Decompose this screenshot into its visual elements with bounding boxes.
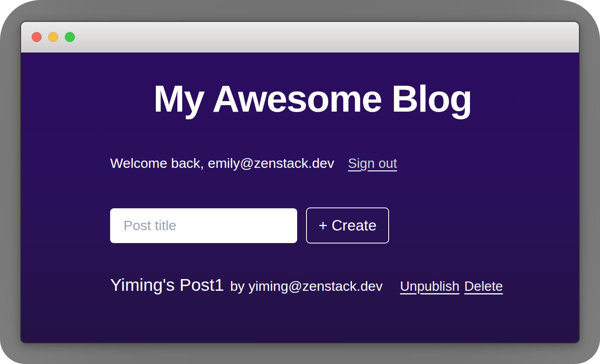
app-window: My Awesome Blog Welcome back, emily@zens… [20, 21, 580, 343]
close-window-button[interactable] [32, 32, 42, 42]
post-title: Yiming's Post1 [110, 275, 224, 295]
welcome-text: Welcome back, emily@zenstack.dev [110, 155, 334, 171]
minimize-window-button[interactable] [48, 32, 58, 42]
user-bar: Welcome back, emily@zenstack.dev Sign ou… [110, 155, 515, 171]
post-author: by yiming@zenstack.dev [230, 278, 383, 294]
delete-post-link[interactable]: Delete [464, 279, 503, 294]
unpublish-post-link[interactable]: Unpublish [400, 279, 460, 294]
post-title-input[interactable] [110, 208, 297, 243]
create-post-button[interactable]: + Create [306, 207, 389, 243]
window-shadow-frame: My Awesome Blog Welcome back, emily@zens… [0, 0, 600, 364]
page-title: My Awesome Blog [110, 53, 515, 120]
window-titlebar[interactable] [21, 22, 579, 53]
create-post-form: + Create [110, 207, 515, 243]
post-list-item: Yiming's Post1 by yiming@zenstack.dev Un… [110, 275, 515, 295]
blog-page: My Awesome Blog Welcome back, emily@zens… [21, 53, 579, 343]
page-container: My Awesome Blog Welcome back, emily@zens… [110, 53, 515, 295]
zoom-window-button[interactable] [65, 32, 75, 42]
sign-out-link[interactable]: Sign out [348, 156, 397, 171]
